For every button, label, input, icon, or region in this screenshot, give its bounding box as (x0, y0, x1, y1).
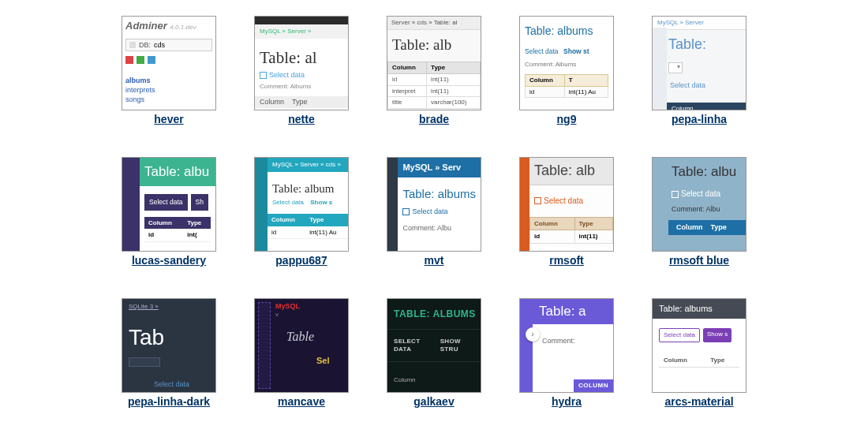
table-row: titlevarchar(100) (388, 97, 481, 109)
sidebar (520, 158, 529, 251)
caption-ng9[interactable]: ng9 (557, 113, 577, 125)
theme-item-pepa-linha-dark: SQLite 3 » Tab Select data pepa-linha-da… (110, 298, 228, 408)
th-column: Column (144, 217, 183, 230)
grid-icon (672, 191, 679, 198)
columns-table: ColumnT idint(11) Au (525, 74, 608, 98)
th-type: T (564, 75, 608, 87)
caption-arcs-material[interactable]: arcs-material (664, 395, 733, 408)
show-button[interactable]: Sh (191, 194, 208, 210)
nav-interprets[interactable]: interprets (125, 86, 212, 95)
caption-rmsoft[interactable]: rmsoft (549, 254, 584, 267)
columns-table: ColumnType (659, 353, 739, 368)
table-row: idint(11) Au (268, 226, 348, 239)
theme-item-ng9: Table: albums Select data Show st Commen… (507, 16, 626, 125)
theme-item-mancave: MySQL v Table Sel mancave (242, 298, 361, 408)
caption-lucas-sandery[interactable]: lucas-sandery (132, 254, 206, 267)
db-icon (129, 42, 136, 48)
show-structure-link[interactable]: Show st (563, 47, 589, 55)
nav-songs[interactable]: songs (125, 95, 212, 104)
caption-hydra[interactable]: hydra (552, 395, 582, 408)
icon-green[interactable] (137, 56, 144, 64)
table-header: Column (667, 103, 746, 110)
select-data-button[interactable]: Select data (144, 194, 188, 210)
th-type: Type (574, 217, 613, 230)
th-type: Type (183, 217, 211, 230)
sidebar (122, 158, 140, 251)
theme-item-brade: Server » cds » Table: al Table: alb Colu… (375, 16, 493, 125)
theme-item-nette: MySQL » Server » Table: al Select data C… (242, 16, 361, 125)
columns-table: ColumnType idint(11) (529, 217, 613, 244)
dropdown[interactable] (668, 62, 683, 73)
thumbnail-brade: Server » cds » Table: al Table: alb Colu… (387, 16, 481, 110)
th-column: Column (659, 353, 705, 368)
icon-red[interactable] (125, 56, 133, 64)
table-header: ColumnType (668, 220, 746, 235)
page-title: Table: (667, 30, 746, 60)
select-data-link[interactable]: Select data (398, 203, 481, 221)
caption-galkaev[interactable]: galkaev (413, 395, 454, 408)
title-bar: Table: albums (653, 299, 746, 319)
nav-albums[interactable]: albums (125, 77, 212, 85)
db-input-row: DB: (125, 39, 212, 52)
page-title: Table: albu (140, 158, 215, 186)
table-row: interpretint(11) (388, 85, 481, 97)
caption-pepa-linha-dark[interactable]: pepa-linha-dark (128, 395, 210, 408)
columns-table: ColumnType idint(11) interpretint(11) ti… (387, 62, 481, 108)
table-header: ColumnType (255, 96, 348, 108)
page-title: Table: albums (398, 177, 481, 203)
caption-mvt[interactable]: mvt (425, 254, 444, 267)
select-data-button[interactable]: Select data (659, 328, 700, 342)
theme-item-pappu687: MySQL » Server » cds » Table: album Sele… (242, 157, 361, 267)
show-structure-link[interactable]: SHOW STRU (440, 338, 474, 353)
show-structure-button[interactable]: Show s (703, 328, 731, 342)
select-data-link[interactable]: Select data (653, 186, 746, 200)
sidebar-tab (258, 302, 271, 389)
page-title: Table: album (268, 172, 348, 199)
input-box[interactable] (129, 357, 160, 367)
toolbar-icons (125, 56, 212, 64)
th-column: Column (268, 214, 305, 226)
chevron-right-icon[interactable]: › (526, 327, 540, 342)
breadcrumb: SQLite 3 » (122, 299, 215, 315)
table-list: albums interprets songs (125, 77, 212, 103)
thumbnail-hever: Adminer 4.0.1-dev DB: albums interprets … (122, 16, 216, 110)
caption-mancave[interactable]: mancave (278, 395, 325, 408)
grid-icon (260, 72, 267, 79)
theme-gallery: Adminer 4.0.1-dev DB: albums interprets … (0, 16, 868, 408)
theme-item-hydra: › Table: a Comment: COLUMN hydra (507, 298, 626, 408)
icon-blue[interactable] (148, 56, 155, 64)
db-label: DB: (139, 41, 151, 50)
breadcrumb: MySQL » Server » cds » (268, 158, 348, 172)
select-data-link[interactable]: SELECT DATA (394, 338, 432, 353)
page-title: Tab (122, 315, 215, 360)
action-links: Select data Show st (525, 47, 608, 56)
thumbnail-arcs-material: Table: albums Select data Show s ColumnT… (652, 298, 746, 393)
select-data-link[interactable]: Select data (525, 47, 559, 55)
caption-pepa-linha[interactable]: pepa-linha (672, 113, 727, 125)
theme-item-lucas-sandery: Table: albu Select data Sh ColumnType id… (110, 157, 228, 267)
comment: Comment: Albu (653, 200, 746, 220)
comment: Comment: (537, 324, 613, 358)
db-input[interactable] (154, 41, 201, 49)
th-type: Type (705, 353, 739, 368)
select-data-link[interactable]: Select data (255, 69, 348, 81)
caption-nette[interactable]: nette (288, 113, 314, 125)
select-data-link[interactable]: Select data (154, 380, 189, 389)
select-data-link[interactable]: Select data (667, 77, 746, 95)
th-column: Column (526, 75, 565, 87)
sidebar (255, 158, 268, 251)
theme-item-rmsoft-blue: Table: albu Select data Comment: Albu Co… (640, 157, 758, 267)
breadcrumb: MySQL » Server » (255, 24, 348, 39)
select-data-link[interactable]: Select data (272, 199, 304, 206)
breadcrumb: Server » cds » Table: al (387, 17, 481, 30)
show-structure-link[interactable]: Show s (310, 199, 332, 206)
table-header: COLUMN (574, 379, 613, 392)
theme-item-rmsoft: Table: alb Select data ColumnType idint(… (507, 157, 626, 267)
select-data-link[interactable]: Select data (529, 185, 613, 217)
caption-hever[interactable]: hever (154, 113, 183, 125)
thumbnail-galkaev: TABLE: ALBUMS SELECT DATA SHOW STRU Colu… (387, 298, 481, 393)
caption-pappu687[interactable]: pappu687 (275, 254, 327, 267)
thumbnail-pepa-linha: MySQL » Server Table: Select data Column (652, 16, 746, 110)
caption-brade[interactable]: brade (419, 113, 449, 125)
caption-rmsoft-blue[interactable]: rmsoft blue (669, 254, 729, 267)
